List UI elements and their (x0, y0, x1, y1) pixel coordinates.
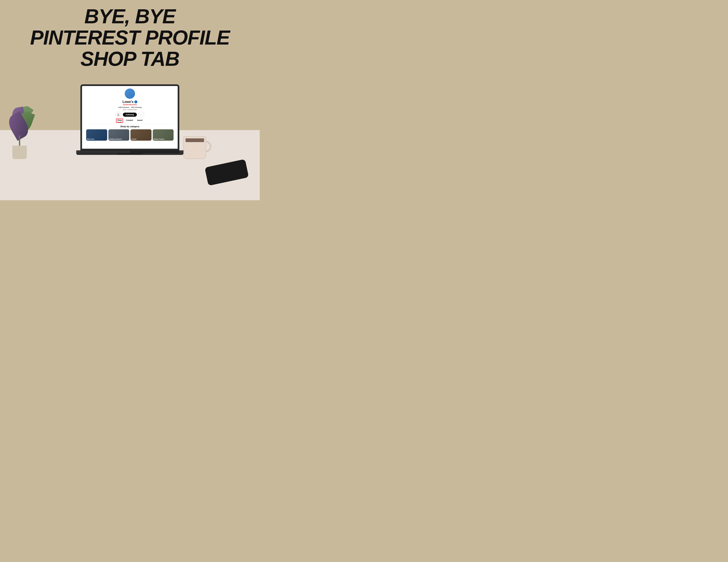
mug-body (183, 136, 206, 159)
more-button[interactable]: ··· (139, 112, 144, 117)
coffee-mug (183, 136, 206, 159)
avatar (125, 88, 135, 99)
category-label: Window Treatme… (154, 138, 166, 140)
plant-decoration (6, 101, 33, 159)
category-bedding[interactable]: Bedding & Blankets (108, 129, 129, 141)
category-overlay: Window Treatme… (153, 129, 174, 141)
laptop-screen: Lowe's ✓ Verified Merchant 3.8M follower… (80, 84, 179, 150)
headline-line1: BYE, BYE (8, 6, 251, 27)
tab-shop[interactable]: Shop (117, 119, 122, 122)
category-label: Artwork (131, 138, 136, 140)
category-label: Bedding & Blankets (109, 138, 122, 140)
profile-tabs: Shop Created Saved (86, 119, 174, 123)
pinterest-profile: Lowe's ✓ Verified Merchant 3.8M follower… (82, 86, 178, 143)
category-overlay: Bedding & Blankets (108, 129, 129, 141)
verified-badge: ✓ (134, 100, 137, 103)
monthly-views: 10m+ monthly views (86, 109, 174, 110)
share-button[interactable] (115, 112, 121, 117)
category-artwork[interactable]: Artwork (130, 129, 151, 141)
category-overlay: Artwork (130, 129, 151, 141)
headline-line2: PINTEREST PROFILE (8, 27, 251, 48)
category-grid: Wall Clocks Bedding & Blankets Artwork W… (86, 129, 174, 141)
following-button[interactable]: Following (123, 113, 137, 117)
laptop-keyboard (80, 150, 179, 153)
profile-stats: 3.8M followers 699 following (86, 106, 174, 108)
profile-name: Lowe's ✓ (86, 100, 174, 104)
shop-tab-highlight-box (116, 119, 123, 123)
shop-heading: Shop by category (86, 125, 174, 128)
laptop: Lowe's ✓ Verified Merchant 3.8M follower… (76, 84, 183, 155)
profile-actions: Following ··· (86, 112, 174, 117)
plant-pot (12, 146, 27, 159)
category-overlay: Wall Clocks (86, 129, 107, 141)
category-label: Wall Clocks (87, 138, 94, 140)
tab-created[interactable]: Created (126, 119, 133, 122)
category-window-treatments[interactable]: Window Treatme… (153, 129, 174, 141)
headline: BYE, BYE PINTEREST PROFILE SHOP TAB (0, 6, 260, 69)
headline-line3: SHOP TAB (8, 48, 251, 69)
verified-label: Verified Merchant (86, 104, 174, 106)
tab-saved[interactable]: Saved (137, 119, 143, 122)
laptop-base (76, 150, 183, 155)
category-wall-clocks[interactable]: Wall Clocks (86, 129, 107, 141)
mug-coffee (186, 138, 204, 142)
